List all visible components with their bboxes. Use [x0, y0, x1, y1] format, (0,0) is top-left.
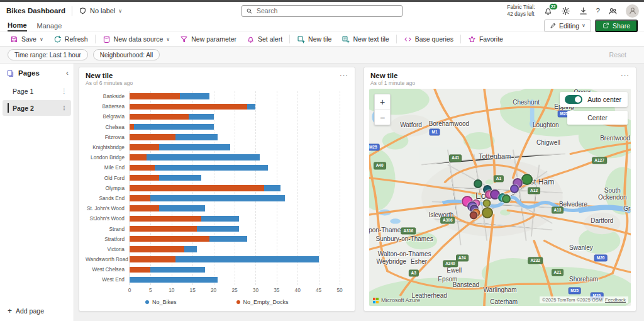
notifications-button[interactable]: 22	[543, 6, 553, 16]
bar-segment-no_bikes[interactable]	[209, 236, 247, 242]
bar-segment-no_empty_docks[interactable]	[130, 154, 147, 160]
station-cluster-dot[interactable]	[482, 200, 491, 208]
category-label: Stratford	[86, 236, 130, 242]
station-cluster-dot[interactable]	[474, 179, 482, 188]
tile-menu-icon[interactable]: ···	[340, 71, 348, 79]
search-input[interactable]	[257, 7, 398, 14]
zoom-in-button[interactable]: +	[375, 94, 390, 110]
help-button[interactable]: ?	[596, 7, 600, 14]
bar-segment-no_empty_docks[interactable]	[130, 236, 209, 242]
bar-segment-no_bikes[interactable]	[201, 216, 239, 222]
tab-manage[interactable]: Manage	[37, 20, 62, 31]
global-search[interactable]	[242, 5, 402, 17]
bar-segment-no_bikes[interactable]	[175, 256, 318, 262]
sidebar-item-page1[interactable]: Page 1 ⋮	[3, 83, 71, 99]
station-cluster-dot[interactable]	[469, 211, 477, 220]
bar-segment-no_bikes[interactable]	[159, 205, 205, 211]
new-parameter-button[interactable]: New parameter	[175, 33, 242, 45]
bar-segment-no_bikes[interactable]	[150, 195, 285, 201]
user-avatar[interactable]	[626, 4, 639, 18]
bar-segment-no_bikes[interactable]	[189, 114, 214, 120]
bar-segment-no_empty_docks[interactable]	[130, 256, 175, 262]
auto-center-control[interactable]: Auto center	[560, 92, 628, 107]
bar-segment-no_bikes[interactable]	[150, 267, 205, 273]
bar-segment-no_bikes[interactable]	[155, 165, 268, 171]
filter-chip-time-range[interactable]: Time range: Last 1 hour	[8, 49, 88, 60]
bar-segment-no_empty_docks[interactable]	[130, 195, 150, 201]
bar-segment-no_bikes[interactable]	[264, 185, 281, 191]
new-text-tile-button[interactable]: New text tile	[336, 33, 394, 45]
person-icon	[628, 6, 637, 15]
new-data-source-button[interactable]: New data source ∨	[97, 33, 175, 45]
base-queries-button[interactable]: Base queries	[399, 33, 458, 45]
filter-chip-neighbourhood[interactable]: Neighbourhood: All	[93, 49, 160, 60]
tile-menu-icon[interactable]: ···	[621, 71, 630, 79]
reset-filters-button[interactable]: Reset	[609, 51, 626, 59]
settings-button[interactable]	[561, 6, 570, 16]
bar-segment-no_empty_docks[interactable]	[130, 104, 247, 110]
station-cluster-dot[interactable]	[510, 184, 519, 193]
page-options-icon[interactable]: ⋮	[61, 104, 67, 111]
chart-row: Wandsworth Road	[86, 254, 348, 264]
save-button[interactable]: Save ∨	[5, 33, 48, 45]
bar-segment-no_bikes[interactable]	[247, 104, 255, 110]
collapse-panel-icon[interactable]: ‹	[66, 69, 69, 77]
x-tick-label: 15	[190, 287, 196, 293]
bar-segment-no_bikes[interactable]	[159, 144, 231, 150]
feedback-link[interactable]: Feedback	[605, 297, 626, 303]
bar-segment-no_bikes[interactable]	[184, 246, 197, 252]
bar-segment-no_empty_docks[interactable]	[130, 267, 150, 273]
new-text-tile-label: New text tile	[353, 35, 389, 43]
share-button[interactable]: Share	[595, 20, 638, 32]
bar-segment-no_empty_docks[interactable]	[130, 114, 189, 120]
bar-track	[130, 216, 340, 222]
plus-icon: +	[8, 307, 12, 315]
bar-segment-no_bikes[interactable]	[159, 175, 201, 181]
bar-segment-no_empty_docks[interactable]	[130, 144, 159, 150]
editing-label: Editing	[559, 22, 579, 30]
bar-segment-no_bikes[interactable]	[175, 134, 218, 140]
favorite-button[interactable]: Favorite	[463, 33, 508, 45]
bar-segment-no_bikes[interactable]	[147, 154, 260, 160]
page-options-icon[interactable]: ⋮	[61, 87, 67, 94]
center-button[interactable]: Center	[567, 111, 628, 125]
bar-segment-no_bikes[interactable]	[180, 93, 209, 99]
legend-item-no_bikes[interactable]: No_Bikes	[145, 299, 177, 305]
header-divider	[72, 6, 72, 16]
download-button[interactable]	[579, 6, 588, 16]
people-button[interactable]	[608, 6, 618, 16]
editing-mode-button[interactable]: Editing ∨	[544, 20, 591, 32]
bar-segment-no_empty_docks[interactable]	[130, 205, 159, 211]
set-alert-button[interactable]: Set alert	[242, 33, 287, 45]
toolbar-divider	[95, 35, 96, 43]
tab-home[interactable]: Home	[8, 20, 27, 31]
bar-segment-no_empty_docks[interactable]	[130, 185, 264, 191]
sensitivity-label-button[interactable]: No label ∨	[79, 7, 122, 15]
sidebar-item-page2[interactable]: Page 2 ⋮	[3, 100, 71, 116]
bar-segment-no_empty_docks[interactable]	[130, 124, 134, 130]
legend-item-no_empty_docks[interactable]: No_Empty_Docks	[236, 299, 289, 305]
category-label: London Bridge	[86, 154, 130, 160]
new-tile-button[interactable]: New tile	[292, 33, 336, 45]
azure-map[interactable]: OngarCheshuntEppingWatfordBorehamwoodLou…	[369, 89, 631, 306]
bar-segment-no_empty_docks[interactable]	[130, 216, 201, 222]
bar-segment-no_empty_docks[interactable]	[130, 134, 175, 140]
station-cluster-dot[interactable]	[502, 194, 511, 203]
alert-bell-icon	[247, 35, 255, 43]
add-page-button[interactable]: +Add page	[0, 300, 74, 321]
bar-segment-no_empty_docks[interactable]	[130, 93, 180, 99]
bar-segment-no_empty_docks[interactable]	[130, 246, 184, 252]
bar-segment-no_bikes[interactable]	[134, 124, 214, 130]
bar-segment-no_bikes[interactable]	[197, 226, 239, 232]
station-cluster-dot[interactable]	[482, 207, 493, 218]
x-tick-label: 35	[274, 287, 279, 293]
bar-segment-no_bikes[interactable]	[130, 277, 218, 283]
auto-center-toggle[interactable]	[565, 95, 582, 104]
zoom-out-button[interactable]: −	[375, 110, 390, 125]
bar-segment-no_empty_docks[interactable]	[130, 175, 159, 181]
refresh-button[interactable]: Refresh	[48, 33, 93, 45]
station-cluster-dot[interactable]	[521, 174, 533, 185]
chart-tile-header: New tile As of 6 minutes ago ···	[79, 67, 355, 87]
bar-segment-no_empty_docks[interactable]	[130, 165, 155, 171]
bar-segment-no_empty_docks[interactable]	[130, 226, 197, 232]
